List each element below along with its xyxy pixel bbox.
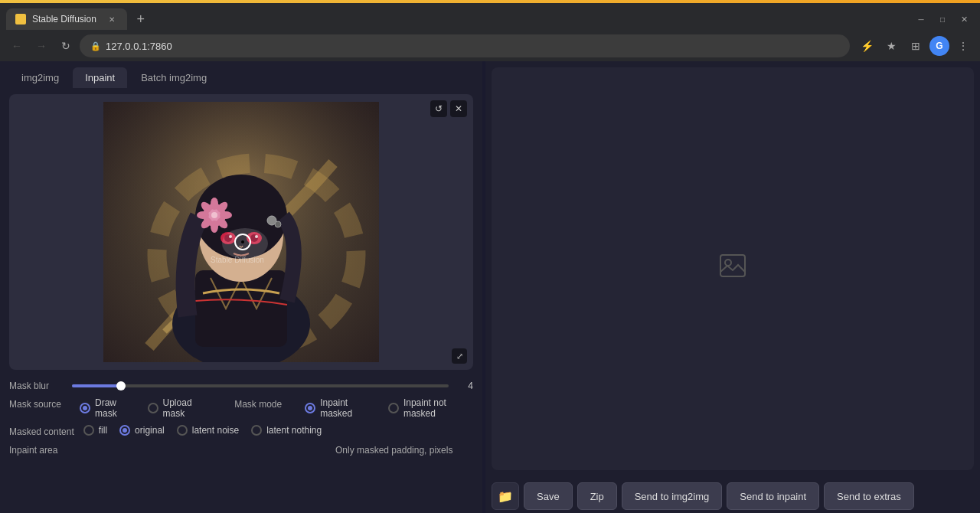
zip-button[interactable]: Zip [577,482,617,510]
radio-draw-mask-dot [80,403,90,413]
radio-latent-nothing-label: latent nothing [266,425,322,436]
action-buttons: 📁 Save Zip Send to img2img Send to inpai… [485,476,980,513]
output-placeholder-icon [717,250,748,288]
grid-button[interactable]: ⊞ [905,35,926,57]
profile-button[interactable]: G [929,36,949,56]
send-to-extras-button[interactable]: Send to extras [824,482,914,510]
svg-point-29 [241,240,244,243]
radio-latent-noise-label: latent noise [192,425,239,436]
mask-mode-options: Inpaint masked Inpaint not masked [305,397,473,419]
radio-fill[interactable]: fill [83,425,107,436]
lock-icon: 🔒 [90,41,101,51]
image-container: ↺ ✕ ⤢ [9,94,473,370]
tab-title: Stable Diffusion [32,14,96,25]
mask-blur-value: 4 [458,381,473,391]
radio-inpaint-not-masked-label: Inpaint not masked [403,397,473,419]
refresh-button[interactable]: ↻ [55,35,77,57]
back-button[interactable]: ← [6,35,28,57]
radio-original[interactable]: original [119,425,165,436]
tab-favicon [15,14,26,25]
mask-mode-row: Mask mode Inpaint masked Inpaint not mas… [234,397,473,419]
inpaint-image[interactable]: Stable Diffusion [103,102,379,362]
masked-content-row: Masked content fill original latent nois… [9,425,473,437]
radio-upload-mask-label: Upload mask [163,397,211,419]
mask-blur-row: Mask blur 4 [9,381,473,391]
tab-batch-img2img[interactable]: Batch img2img [129,67,219,88]
save-button[interactable]: Save [524,482,573,510]
folder-icon: 📁 [498,489,513,504]
radio-upload-mask[interactable]: Upload mask [148,397,211,419]
tab-inpaint[interactable]: Inpaint [73,67,127,88]
mask-source-row: Mask source Draw mask Upload mask [9,397,210,419]
close-button[interactable]: ✕ [954,9,974,29]
radio-draw-mask[interactable]: Draw mask [80,397,136,419]
radio-original-label: original [135,425,165,436]
radio-inpaint-not-masked-dot [388,403,399,413]
radio-inpaint-masked-label: Inpaint masked [320,397,376,419]
send-to-img2img-button[interactable]: Send to img2img [622,482,723,510]
tabs-bar: img2img Inpaint Batch img2img [0,61,482,88]
tab-img2img[interactable]: img2img [9,67,71,88]
svg-point-17 [211,198,218,210]
minimize-button[interactable]: ─ [911,9,931,29]
radio-original-dot [119,425,130,436]
masked-content-options: fill original latent noise latent nothin… [83,425,322,436]
mask-source-label: Mask source [9,397,70,410]
svg-point-19 [220,211,232,219]
forward-button[interactable]: → [31,35,52,57]
new-tab-button[interactable]: + [130,8,152,30]
radio-draw-mask-label: Draw mask [95,397,136,419]
mask-blur-slider-container [72,384,449,387]
mask-blur-label: Mask blur [9,381,63,391]
svg-point-26 [275,221,281,227]
masked-content-label: Masked content [9,425,74,437]
svg-point-23 [197,211,209,219]
tab-close-button[interactable]: ✕ [106,13,118,25]
svg-rect-31 [720,255,745,276]
radio-latent-nothing-dot [251,425,262,436]
svg-point-32 [725,260,731,266]
url-text: 127.0.0.1:7860 [106,41,172,52]
inpaint-area-label: Inpaint area [9,443,70,456]
mask-blur-slider[interactable] [72,384,449,387]
bookmark-button[interactable]: ★ [880,35,902,57]
svg-point-21 [211,221,218,233]
more-options-button[interactable]: ⋮ [952,35,974,57]
radio-fill-dot [83,425,94,436]
radio-upload-mask-dot [148,403,158,413]
send-to-inpaint-button[interactable]: Send to inpaint [727,482,819,510]
radio-inpaint-masked-dot [305,403,315,413]
extensions-button[interactable]: ⚡ [856,35,877,57]
only-masked-label: Only masked padding, pixels [335,443,473,456]
svg-text:Stable Diffusion: Stable Diffusion [211,256,264,264]
browser-tab[interactable]: Stable Diffusion ✕ [6,8,127,30]
open-folder-button[interactable]: 📁 [492,482,519,510]
radio-inpaint-not-masked[interactable]: Inpaint not masked [388,397,473,419]
maximize-button[interactable]: □ [933,9,952,29]
radio-latent-noise-dot [177,425,188,436]
mask-mode-label: Mask mode [234,397,296,410]
mask-source-options: Draw mask Upload mask [80,397,210,419]
radio-inpaint-masked[interactable]: Inpaint masked [305,397,376,419]
output-area [492,67,974,470]
radio-latent-noise[interactable]: latent noise [177,425,239,436]
address-bar[interactable]: 🔒 127.0.0.1:7860 [80,34,850,57]
svg-point-27 [222,228,268,259]
radio-latent-nothing[interactable]: latent nothing [251,425,322,436]
radio-fill-label: fill [99,425,107,436]
svg-point-16 [211,212,217,218]
